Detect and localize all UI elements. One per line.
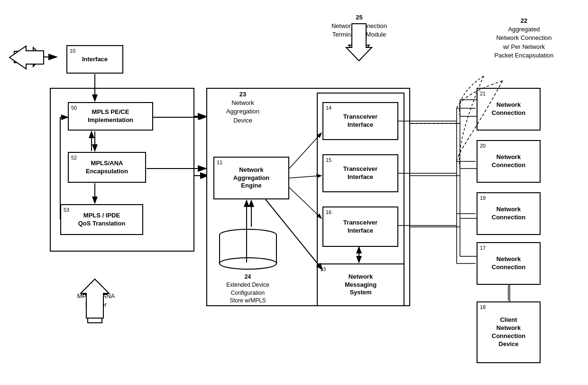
nc17-label: NetworkConnection	[492, 255, 526, 272]
t14-label: TransceiverInterface	[343, 113, 377, 129]
nc19-num: 19	[480, 195, 486, 201]
svg-marker-75	[9, 46, 44, 69]
nc17-num: 17	[480, 244, 486, 251]
diagram: 10 Interface 50 MPLS PE/CEImplementation…	[0, 0, 588, 385]
nc17-box: 17 NetworkConnection	[477, 242, 541, 285]
cylinder-svg	[217, 228, 279, 271]
anc-label: 22 AggregatedNetwork Connectionw/ Per Ne…	[477, 17, 571, 60]
transceiver15-box: 15 TransceiverInterface	[322, 154, 398, 192]
t16-label: TransceiverInterface	[343, 219, 377, 235]
nctm-label: 25 Network ConnectionTermination Module	[318, 13, 401, 39]
t15-label: TransceiverInterface	[343, 165, 377, 181]
mpls-handler-num: 55	[92, 310, 100, 318]
cylinder-24	[217, 228, 279, 271]
mpls-ana-num: 52	[71, 154, 77, 161]
transceiver14-box: 14 TransceiverInterface	[322, 102, 398, 140]
nc19-box: 19 NetworkConnection	[477, 192, 541, 235]
mpls-pece-num: 50	[71, 104, 77, 111]
net-messaging-box: 13 NetworkMessagingSystem	[317, 263, 404, 306]
nad-text: NetworkAggregationDevice	[226, 99, 259, 123]
mpls-pece-label: MPLS PE/CEImplementation	[88, 108, 133, 124]
cylinder-24-label: 24 Extended DeviceConfigurationStore w/M…	[209, 273, 287, 305]
nc18-box: 18 ClientNetworkConnectionDevice	[477, 301, 541, 363]
mpls-handler-text: MPLS to ANAHandler	[77, 292, 115, 308]
nm-num: 13	[320, 266, 326, 272]
mpls-ipde-box: 53 MPLS / IPDEQoS Translation	[60, 204, 143, 235]
nae-num: 11	[217, 159, 222, 166]
interface-box: 10 Interface	[66, 45, 123, 74]
nc20-label: NetworkConnection	[492, 153, 526, 169]
nc19-label: NetworkConnection	[492, 206, 526, 222]
svg-point-44	[220, 258, 276, 269]
mpls-ana-label: MPLS/ANAEncapsulation	[86, 160, 128, 176]
transceiver16-box: 16 TransceiverInterface	[322, 207, 398, 247]
net-agg-device-label: 23 NetworkAggregationDevice	[214, 90, 271, 125]
nae-label: NetworkAggregationEngine	[233, 166, 270, 190]
mpls-pece-box: 50 MPLS PE/CEImplementation	[68, 102, 153, 131]
nc18-label: ClientNetworkConnectionDevice	[492, 316, 526, 348]
mpls-ipde-num: 53	[64, 207, 69, 213]
nc20-num: 20	[480, 142, 486, 149]
nc18-num: 18	[480, 304, 486, 310]
mpls-ipde-label: MPLS / IPDEQoS Translation	[78, 212, 126, 228]
t16-num: 16	[326, 209, 331, 216]
nc21-label: NetworkConnection	[492, 101, 526, 117]
mpls-handler-label: MPLS to ANAHandler 55	[57, 292, 135, 319]
nc20-box: 20 NetworkConnection	[477, 140, 541, 183]
interface-label: Interface	[82, 56, 108, 64]
mpls-ana-box: 52 MPLS/ANAEncapsulation	[68, 152, 146, 183]
t14-num: 14	[326, 104, 331, 111]
nc21-num: 21	[480, 90, 486, 97]
interface-num: 10	[70, 47, 75, 54]
nc21-box: 21 NetworkConnection	[477, 88, 541, 131]
net-agg-engine-box: 11 NetworkAggregationEngine	[213, 157, 289, 199]
t15-num: 15	[326, 157, 331, 163]
svg-marker-10	[14, 47, 43, 66]
nm-label: NetworkMessagingSystem	[345, 273, 377, 297]
